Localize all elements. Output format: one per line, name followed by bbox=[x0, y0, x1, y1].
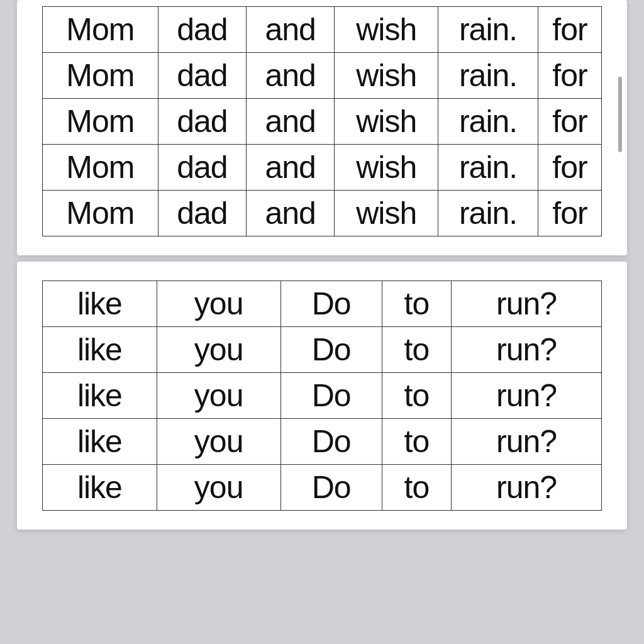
table-row: Momdadandwishrain.for bbox=[43, 145, 602, 191]
table-row: likeyouDotorun? bbox=[43, 373, 602, 419]
page-2: likeyouDotorun?likeyouDotorun?likeyouDot… bbox=[17, 262, 627, 530]
table-cell: wish bbox=[335, 7, 438, 53]
word-table-1: Momdadandwishrain.forMomdadandwishrain.f… bbox=[42, 6, 602, 236]
table-cell: and bbox=[247, 145, 335, 191]
table-cell: run? bbox=[452, 419, 602, 465]
table-cell: to bbox=[382, 419, 452, 465]
page-1: Momdadandwishrain.forMomdadandwishrain.f… bbox=[17, 0, 627, 255]
table-cell: you bbox=[157, 281, 280, 327]
table-cell: for bbox=[538, 7, 602, 53]
table-cell: for bbox=[538, 191, 602, 236]
table-cell: Do bbox=[280, 419, 382, 465]
table-cell: dad bbox=[158, 53, 246, 99]
table-cell: dad bbox=[158, 7, 246, 53]
table-cell: you bbox=[157, 327, 280, 373]
table-row: Momdadandwishrain.for bbox=[43, 191, 602, 236]
table-cell: for bbox=[538, 99, 602, 145]
table-cell: like bbox=[43, 419, 157, 465]
table-cell: dad bbox=[158, 191, 246, 236]
table-cell: Mom bbox=[43, 191, 158, 236]
table-cell: rain. bbox=[438, 191, 538, 236]
table-cell: and bbox=[247, 7, 335, 53]
table-cell: to bbox=[382, 281, 452, 327]
table-cell: like bbox=[43, 373, 157, 419]
table-cell: to bbox=[382, 327, 452, 373]
table-cell: Do bbox=[280, 465, 382, 511]
table-cell: like bbox=[43, 465, 157, 511]
table-cell: to bbox=[382, 373, 452, 419]
table-cell: wish bbox=[335, 53, 438, 99]
table-row: likeyouDotorun? bbox=[43, 281, 602, 327]
table-cell: run? bbox=[452, 373, 602, 419]
table-cell: Do bbox=[280, 327, 382, 373]
table-cell: rain. bbox=[438, 99, 538, 145]
table-cell: like bbox=[43, 281, 157, 327]
table-cell: wish bbox=[335, 191, 438, 236]
table-cell: you bbox=[157, 373, 280, 419]
table-cell: like bbox=[43, 327, 157, 373]
table-cell: and bbox=[247, 53, 335, 99]
table-row: Momdadandwishrain.for bbox=[43, 53, 602, 99]
table-cell: dad bbox=[158, 145, 246, 191]
table-cell: to bbox=[382, 465, 452, 511]
table-cell: run? bbox=[452, 327, 602, 373]
table-cell: you bbox=[157, 465, 280, 511]
table-row: Momdadandwishrain.for bbox=[43, 7, 602, 53]
table-cell: wish bbox=[335, 99, 438, 145]
table-cell: and bbox=[247, 191, 335, 236]
table-cell: and bbox=[247, 99, 335, 145]
table-cell: Mom bbox=[43, 145, 158, 191]
table-cell: rain. bbox=[438, 53, 538, 99]
table-row: likeyouDotorun? bbox=[43, 327, 602, 373]
table-cell: Mom bbox=[43, 7, 158, 53]
table-cell: Do bbox=[280, 373, 382, 419]
word-table-2: likeyouDotorun?likeyouDotorun?likeyouDot… bbox=[42, 280, 602, 511]
table-cell: for bbox=[538, 53, 602, 99]
table-cell: run? bbox=[452, 465, 602, 511]
table-cell: Mom bbox=[43, 99, 158, 145]
table-cell: Mom bbox=[43, 53, 158, 99]
table-row: Momdadandwishrain.for bbox=[43, 99, 602, 145]
table-cell: dad bbox=[158, 99, 246, 145]
table-cell: rain. bbox=[438, 7, 538, 53]
table-cell: run? bbox=[452, 281, 602, 327]
table-cell: rain. bbox=[438, 145, 538, 191]
table-cell: for bbox=[538, 145, 602, 191]
table-cell: you bbox=[157, 419, 280, 465]
table-cell: Do bbox=[280, 281, 382, 327]
table-cell: wish bbox=[335, 145, 438, 191]
table-row: likeyouDotorun? bbox=[43, 419, 602, 465]
table-row: likeyouDotorun? bbox=[43, 465, 602, 511]
